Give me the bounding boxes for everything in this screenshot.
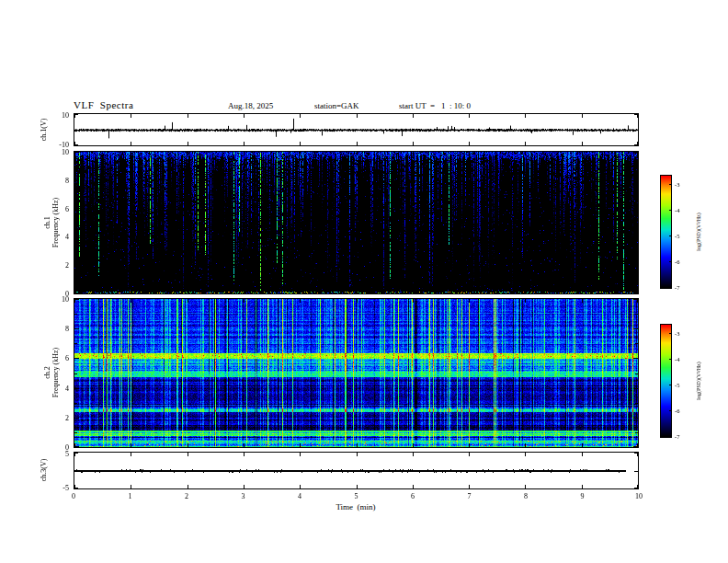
y-axis-tick [633, 388, 638, 389]
ch1-axis-channel-label: ch.1 [43, 198, 51, 247]
x-axis-tick [413, 299, 414, 303]
x-axis-tick [188, 290, 188, 293]
x-axis-tick [582, 290, 583, 293]
time-tick-label: 0 [72, 492, 75, 500]
y-axis-tick [634, 130, 638, 131]
figure-title: VLF Spectra [74, 99, 133, 110]
y-axis-tick [74, 209, 79, 210]
freq-tick-label: 6 [65, 354, 69, 362]
x-axis-tick [244, 443, 245, 447]
time-tick-label: 9 [581, 492, 585, 500]
x-axis-tick [469, 485, 470, 488]
x-axis-tick [244, 299, 245, 303]
x-axis-tick [131, 299, 131, 303]
panel-ch1-waveform [74, 113, 639, 146]
y-axis-tick [633, 180, 638, 181]
y-axis-tick [74, 343, 77, 344]
x-axis-tick [300, 443, 301, 447]
colorbar-tick-label: -7 [675, 283, 679, 290]
x-axis-tick [244, 114, 245, 118]
y-axis-tick [634, 488, 638, 488]
time-tick-label: 10 [635, 492, 643, 500]
ch1-voltage-tick-label: -10 [59, 141, 69, 149]
x-axis-tick [582, 299, 583, 303]
freq-tick-label: 6 [65, 204, 69, 213]
ch2-axis-channel-label: ch.2 [43, 348, 51, 397]
y-axis-tick [74, 299, 79, 300]
x-axis-tick [525, 142, 526, 145]
colorbar-ch2-label: log(PSD)(V²/Hz) [696, 362, 701, 399]
y-axis-tick [635, 373, 638, 374]
y-axis-tick [633, 328, 638, 329]
y-axis-tick [74, 280, 77, 281]
y-axis-tick [74, 373, 77, 374]
x-axis-tick [188, 443, 188, 447]
y-axis-tick [633, 236, 638, 237]
x-axis-tick [188, 142, 188, 145]
x-axis-tick [131, 142, 131, 145]
x-axis-tick [413, 290, 414, 293]
y-axis-tick [634, 114, 638, 115]
x-axis-tick [188, 152, 188, 155]
ch1-voltage-axis-label: ch.1(V) [40, 119, 48, 142]
y-axis-tick [635, 343, 638, 344]
colorbar-tick [669, 287, 672, 288]
x-axis-tick [469, 290, 470, 293]
freq-tick-label: 8 [65, 325, 69, 333]
y-axis-tick [74, 471, 78, 472]
ch1-waveform-plot [74, 114, 638, 145]
y-axis-tick [74, 223, 77, 224]
time-tick-label: 7 [468, 492, 472, 500]
x-axis-tick [244, 453, 245, 456]
y-axis-tick [633, 299, 638, 300]
ch2-frequency-axis-label: ch.2 Frequency (kHz) [43, 348, 60, 397]
y-axis-tick [634, 144, 638, 145]
y-axis-tick [633, 293, 638, 293]
ch3-waveform-plot [74, 453, 638, 488]
y-axis-tick [635, 223, 638, 224]
x-axis-tick [525, 114, 526, 118]
x-axis-tick [188, 453, 188, 456]
vlf-spectra-figure: VLF Spectra Aug.18, 2025 station=GAK sta… [0, 0, 728, 563]
freq-tick-label: 10 [62, 295, 69, 304]
x-axis-tick [300, 114, 301, 118]
panel-ch3-waveform [74, 452, 639, 489]
colorbar-ch1 [660, 175, 672, 289]
x-axis-tick [469, 114, 470, 118]
y-axis-tick [74, 488, 78, 488]
y-axis-tick [633, 358, 638, 359]
x-axis-tick [300, 453, 301, 456]
time-tick-label: 4 [298, 492, 301, 500]
colorbar-tick-label: -4 [675, 206, 679, 213]
colorbar-ch1-gradient [661, 176, 671, 288]
freq-tick-label: 2 [65, 261, 69, 270]
time-tick-label: 3 [242, 492, 245, 500]
y-axis-tick [74, 144, 78, 145]
y-axis-tick [74, 114, 78, 115]
y-axis-tick [635, 314, 638, 315]
colorbar-tick-label: -7 [675, 432, 679, 439]
y-axis-tick [74, 358, 79, 359]
freq-tick-label: 8 [65, 176, 69, 184]
colorbar-tick-label: -6 [675, 407, 679, 413]
panel-ch1-spectrogram [74, 151, 639, 294]
x-axis-tick [525, 290, 526, 293]
y-axis-tick [635, 403, 638, 404]
x-axis-tick [357, 152, 358, 155]
x-axis-tick [131, 114, 131, 118]
time-tick-label: 6 [411, 492, 415, 500]
x-axis-tick [131, 290, 131, 293]
ch3-voltage-axis-label: ch.3(V) [40, 459, 48, 482]
x-axis-tick [525, 299, 526, 303]
x-axis-tick [469, 142, 470, 145]
ch3-voltage-tick-label: 5 [65, 450, 69, 458]
x-axis-tick [413, 142, 414, 145]
time-tick-label: 5 [355, 492, 358, 500]
freq-tick-label: 4 [65, 384, 69, 392]
colorbar-tick [669, 436, 672, 437]
y-axis-tick [634, 471, 638, 472]
y-axis-tick [634, 453, 638, 454]
x-axis-tick [469, 453, 470, 456]
x-axis-tick [582, 443, 583, 447]
freq-tick-label: 10 [62, 148, 69, 156]
